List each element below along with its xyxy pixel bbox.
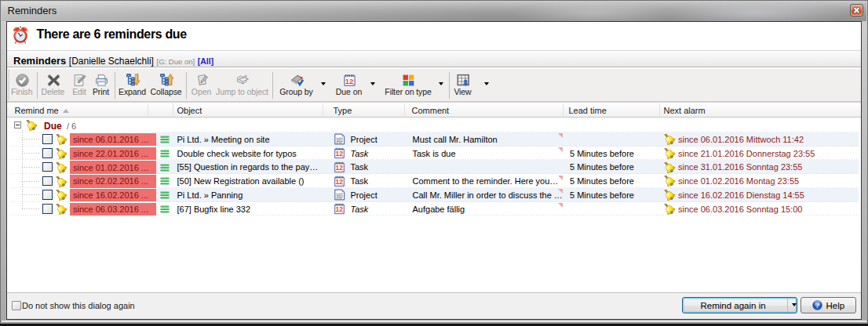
svg-text:?: ? [815,302,819,309]
